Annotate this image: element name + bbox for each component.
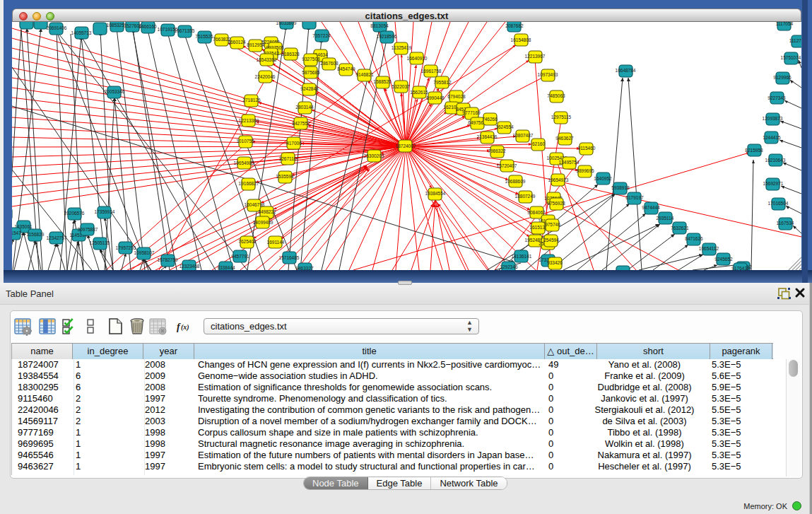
svg-text:9338444: 9338444	[217, 265, 235, 270]
svg-text:417006: 417006	[286, 141, 302, 146]
svg-text:15720407: 15720407	[497, 163, 517, 168]
svg-text:16210643: 16210643	[765, 158, 786, 163]
svg-text:6179197: 6179197	[625, 195, 644, 200]
svg-text:1640952: 1640952	[594, 176, 612, 181]
svg-text:8454749: 8454749	[337, 66, 355, 71]
svg-text:5322037: 5322037	[392, 84, 410, 89]
svg-text:5938918: 5938918	[611, 185, 630, 190]
svg-text:18807249: 18807249	[515, 194, 536, 199]
svg-text:9899695: 9899695	[576, 168, 594, 173]
svg-text:9129966: 9129966	[773, 75, 792, 80]
svg-text:25300203: 25300203	[364, 153, 384, 158]
svg-text:1691144: 1691144	[267, 240, 285, 245]
svg-text:12213967: 12213967	[525, 54, 546, 59]
svg-text:14099489: 14099489	[253, 220, 273, 225]
svg-text:19384554: 19384554	[425, 191, 446, 196]
svg-text:13495754: 13495754	[559, 160, 579, 165]
svg-text:7357224: 7357224	[312, 33, 331, 38]
svg-text:975746: 975746	[545, 222, 560, 227]
svg-text:1010755: 1010755	[236, 139, 254, 144]
svg-text:9084067: 9084067	[527, 210, 546, 215]
svg-text:8186328: 8186328	[281, 52, 300, 57]
svg-text:9146821: 9146821	[355, 72, 374, 77]
svg-text:22420046: 22420046	[255, 74, 276, 79]
svg-text:933426: 933426	[547, 260, 563, 265]
svg-text:10654112: 10654112	[699, 246, 719, 251]
svg-text:1244415: 1244415	[763, 135, 781, 140]
svg-text:7632621: 7632621	[671, 226, 689, 230]
svg-text:1535594: 1535594	[276, 174, 294, 179]
svg-text:18724007: 18724007	[396, 144, 416, 148]
svg-text:19654985: 19654985	[234, 160, 254, 165]
svg-text:10807487: 10807487	[513, 133, 534, 138]
svg-text:2867608: 2867608	[320, 61, 339, 66]
svg-text:7485063: 7485063	[547, 93, 565, 98]
svg-text:9777169: 9777169	[462, 110, 481, 115]
svg-text:3267110: 3267110	[279, 156, 297, 161]
svg-text:3624554: 3624554	[495, 124, 514, 129]
svg-text:21364436: 21364436	[477, 134, 498, 139]
svg-text:9327508: 9327508	[302, 57, 320, 62]
svg-text:8471626: 8471626	[685, 236, 703, 241]
svg-text:9242848: 9242848	[300, 86, 319, 91]
svg-text:8215958: 8215958	[745, 148, 763, 153]
svg-text:10688609: 10688609	[505, 179, 526, 184]
svg-text:14136141: 14136141	[512, 254, 532, 259]
svg-text:19166827: 19166827	[239, 181, 259, 186]
svg-text:1292346: 1292346	[500, 264, 518, 269]
svg-text:9756928: 9756928	[547, 201, 565, 206]
svg-text:5875685: 5875685	[302, 70, 320, 75]
svg-text:1588520: 1588520	[373, 79, 392, 84]
svg-text:17016504: 17016504	[768, 201, 789, 206]
svg-text:7986322: 7986322	[488, 148, 506, 153]
svg-text:254594: 254594	[543, 238, 559, 243]
svg-text:9176432: 9176432	[731, 266, 750, 271]
svg-text:15751074: 15751074	[781, 55, 801, 60]
svg-text:62160: 62160	[532, 141, 545, 146]
svg-text:7515526: 7515526	[195, 34, 213, 39]
svg-text:12213369: 12213369	[239, 118, 259, 123]
svg-text:9457791: 9457791	[231, 254, 249, 259]
svg-text:3660124: 3660124	[228, 40, 246, 45]
svg-text:15716485: 15716485	[279, 255, 300, 260]
svg-text:746266: 746266	[482, 117, 498, 122]
svg-text:8427552: 8427552	[292, 121, 310, 126]
svg-text:19218596: 19218596	[377, 34, 397, 39]
svg-text:8813054: 8813054	[370, 23, 389, 28]
svg-text:10973493: 10973493	[538, 72, 558, 77]
svg-text:16961758: 16961758	[421, 69, 442, 74]
svg-text:7625402: 7625402	[238, 239, 257, 244]
svg-text:19654923: 19654923	[548, 177, 569, 182]
svg-text:2803144: 2803144	[295, 105, 314, 110]
svg-text:15692971: 15692971	[763, 181, 784, 186]
svg-text:9227343: 9227343	[767, 95, 786, 100]
svg-text:9245652: 9245652	[714, 257, 733, 262]
svg-text:16640910: 16640910	[407, 56, 428, 61]
svg-text:9115460: 9115460	[578, 146, 596, 151]
svg-text:12975115: 12975115	[551, 115, 572, 119]
svg-text:1562615: 1562615	[410, 90, 428, 95]
svg-text:9463327: 9463327	[295, 266, 314, 271]
svg-text:1167534: 1167534	[777, 221, 794, 226]
svg-text:6794028: 6794028	[447, 94, 466, 99]
svg-text:(x): (x)	[181, 323, 189, 332]
svg-text:2718126: 2718126	[242, 98, 261, 103]
svg-text:12093873: 12093873	[763, 116, 783, 121]
svg-text:16543362: 16543362	[257, 57, 277, 62]
svg-text:16648784: 16648784	[616, 68, 636, 73]
svg-text:6990448: 6990448	[426, 95, 445, 100]
svg-text:9474444: 9474444	[642, 205, 660, 210]
svg-text:2087682: 2087682	[505, 23, 524, 28]
svg-text:16154808: 16154808	[511, 37, 531, 42]
svg-text:7955812: 7955812	[433, 80, 452, 85]
svg-text:3498222: 3498222	[258, 209, 276, 214]
svg-text:9463627: 9463627	[555, 136, 574, 141]
svg-text:2935114: 2935114	[657, 216, 674, 221]
svg-text:1117054: 1117054	[776, 21, 794, 26]
svg-text:11325419: 11325419	[392, 45, 412, 50]
